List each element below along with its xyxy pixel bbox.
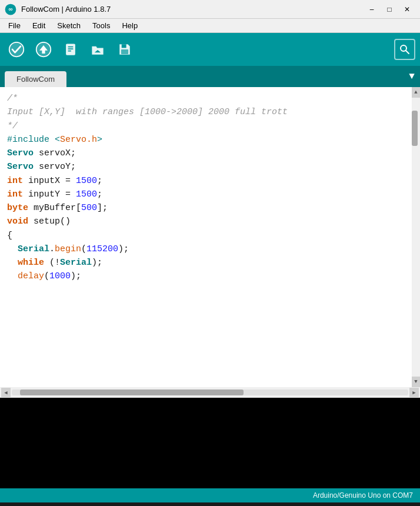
save-button[interactable] xyxy=(113,38,136,61)
tab-bar: FollowCom ▼ xyxy=(0,66,420,87)
scroll-down-button[interactable]: ▼ xyxy=(412,377,420,387)
horizontal-scroll-track[interactable] xyxy=(12,390,408,395)
menu-bar: File Edit Sketch Tools Help xyxy=(0,19,420,33)
title-bar: ∞ FollowCom | Arduino 1.8.7 – □ ✕ xyxy=(0,0,420,19)
svg-point-2 xyxy=(9,42,24,57)
svg-rect-11 xyxy=(121,49,128,54)
scroll-right-button[interactable]: ▶ xyxy=(409,388,419,397)
verify-icon xyxy=(8,41,25,58)
tab-dropdown-button[interactable]: ▼ xyxy=(404,66,420,87)
upload-button[interactable] xyxy=(32,38,55,61)
toolbar xyxy=(0,33,420,66)
vertical-scroll-thumb[interactable] xyxy=(412,111,418,146)
vertical-scrollbar[interactable]: ▲ ▼ xyxy=(412,87,420,387)
menu-tools[interactable]: Tools xyxy=(86,20,116,31)
search-button[interactable] xyxy=(394,39,415,60)
horizontal-scrollbar[interactable]: ◀ ▶ xyxy=(0,387,420,398)
svg-text:∞: ∞ xyxy=(8,6,12,12)
code-content[interactable]: /* Input [X,Y] with ranges [1000->2000] … xyxy=(0,87,412,387)
scroll-left-button[interactable]: ◀ xyxy=(1,388,11,397)
menu-edit[interactable]: Edit xyxy=(26,20,51,31)
menu-file[interactable]: File xyxy=(2,20,26,31)
open-button[interactable] xyxy=(86,38,109,61)
serial-monitor-area xyxy=(0,398,420,488)
window-title: FollowCom | Arduino 1.8.7 xyxy=(21,5,364,14)
status-bar: Arduino/Genuino Uno on COM7 xyxy=(0,488,420,502)
scroll-up-button[interactable]: ▲ xyxy=(412,87,420,98)
save-icon xyxy=(116,41,133,58)
svg-line-13 xyxy=(406,51,409,54)
upload-icon xyxy=(35,41,52,58)
menu-help[interactable]: Help xyxy=(116,20,144,31)
search-icon xyxy=(399,44,411,55)
board-status: Arduino/Genuino Uno on COM7 xyxy=(313,491,413,500)
minimize-button[interactable]: – xyxy=(364,3,380,16)
horizontal-scroll-thumb[interactable] xyxy=(20,390,244,395)
tab-followcom[interactable]: FollowCom xyxy=(5,71,66,87)
new-icon xyxy=(62,41,79,58)
svg-rect-10 xyxy=(122,44,126,48)
new-button[interactable] xyxy=(59,38,82,61)
window-controls: – □ ✕ xyxy=(364,3,415,16)
code-editor[interactable]: /* Input [X,Y] with ranges [1000->2000] … xyxy=(0,87,420,387)
verify-button[interactable] xyxy=(5,38,28,61)
app-logo-icon: ∞ xyxy=(5,4,16,15)
menu-sketch[interactable]: Sketch xyxy=(51,20,86,31)
open-icon xyxy=(89,41,106,58)
close-button[interactable]: ✕ xyxy=(399,3,415,16)
maximize-button[interactable]: □ xyxy=(381,3,398,16)
